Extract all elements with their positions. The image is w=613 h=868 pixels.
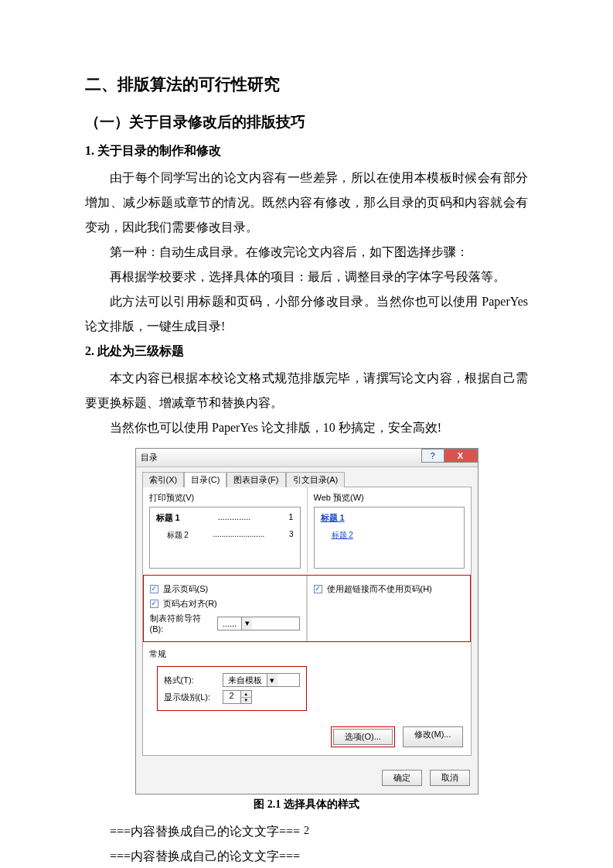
heading-level-2: （一）关于目录修改后的排版技巧 (85, 112, 528, 132)
dialog-title: 目录 (141, 452, 158, 463)
preview-l2-pg: 3 (289, 530, 294, 541)
heading-level-3-b: 2. 此处为三级标题 (85, 343, 528, 360)
page-number: 2 (0, 825, 613, 837)
preview-l2: 标题 2 (167, 530, 189, 541)
level-spinner[interactable]: 2 ▲▼ (223, 690, 252, 704)
tab-citations[interactable]: 引文目录(A) (286, 472, 346, 487)
chevron-down-icon: ▾ (241, 617, 252, 630)
spin-up-icon[interactable]: ▲ (241, 691, 251, 698)
print-preview-box: 标题 1..............1 标题 2................… (149, 507, 301, 569)
format-value: 来自模板 (223, 675, 267, 686)
para-3: 再根据学校要求，选择具体的项目：最后，调整目录的字体字号段落等。 (85, 265, 528, 289)
chk-right-align[interactable] (150, 600, 158, 608)
chk-hyperlink-label: 使用超链接而不使用页码(H) (327, 583, 432, 595)
chk-show-page-label: 显示页码(S) (163, 583, 209, 595)
level-value: 2 (223, 691, 240, 703)
heading-level-1: 二、排版算法的可行性研究 (85, 73, 528, 95)
web-preview-label: Web 预览(W) (314, 492, 465, 504)
format-label: 格式(T): (164, 675, 218, 686)
para-5: 本文内容已根据本校论文格式规范排版完毕，请撰写论文内容，根据自己需要更换标题、增… (85, 366, 528, 415)
dialog-screenshot: 目录 ? X 索引(X) 目录(C) 图表目录(F) 引文目录(A) 打印预览(… (135, 448, 478, 795)
chk-hyperlink[interactable] (314, 585, 322, 593)
dialog-titlebar: 目录 ? X (136, 449, 478, 467)
tab-figures[interactable]: 图表目录(F) (226, 472, 285, 487)
tab-index[interactable]: 索引(X) (142, 472, 185, 487)
preview-l1-pg: 1 (288, 512, 293, 524)
figure-caption: 图 2.1 选择具体的样式 (85, 798, 528, 812)
tab-leader-label: 制表符前导符(B): (150, 613, 213, 634)
preview-l1: 标题 1 (156, 512, 180, 524)
tab-toc[interactable]: 目录(C) (184, 472, 226, 487)
dialog-tabs: 索引(X) 目录(C) 图表目录(F) 引文目录(A) (136, 467, 478, 487)
general-label: 常规 (149, 648, 465, 660)
help-button[interactable]: ? (421, 449, 444, 463)
chk-right-align-label: 页码右对齐(R) (163, 598, 217, 610)
modify-button[interactable]: 修改(M)... (403, 726, 463, 747)
preview-r1[interactable]: 标题 1 (321, 512, 458, 524)
para-6: 当然你也可以使用 PaperYes 论文排版，10 秒搞定，安全高效! (85, 415, 528, 440)
para-2: 第一种：自动生成目录。在修改完论文内容后，如下图选择步骤： (85, 240, 528, 265)
tab-leader-dropdown[interactable]: ...... ▾ (217, 617, 300, 630)
para-4: 此方法可以引用标题和页码，小部分修改目录。当然你也可以使用 PaperYes 论… (85, 289, 528, 339)
para-1: 由于每个同学写出的论文内容有一些差异，所以在使用本模板时候会有部分增加、减少标题… (85, 166, 528, 240)
options-button[interactable]: 选项(O)... (333, 729, 393, 745)
spin-down-icon[interactable]: ▼ (241, 698, 251, 704)
web-preview-box: 标题 1 标题 2 (314, 507, 465, 569)
chevron-down-icon: ▾ (267, 674, 278, 686)
ok-button[interactable]: 确定 (382, 770, 422, 786)
level-label: 显示级别(L): (164, 692, 218, 703)
print-preview-label: 打印预览(V) (149, 492, 301, 504)
close-button[interactable]: X (444, 449, 478, 463)
tab-leader-value: ...... (218, 619, 241, 628)
format-dropdown[interactable]: 来自模板 ▾ (223, 673, 300, 687)
heading-level-3-a: 1. 关于目录的制作和修改 (85, 143, 528, 159)
para-8: ===内容替换成自己的论文文字=== (85, 844, 528, 868)
cancel-button[interactable]: 取消 (430, 770, 470, 786)
preview-r2[interactable]: 标题 2 (321, 530, 458, 541)
chk-show-page[interactable] (150, 585, 158, 593)
